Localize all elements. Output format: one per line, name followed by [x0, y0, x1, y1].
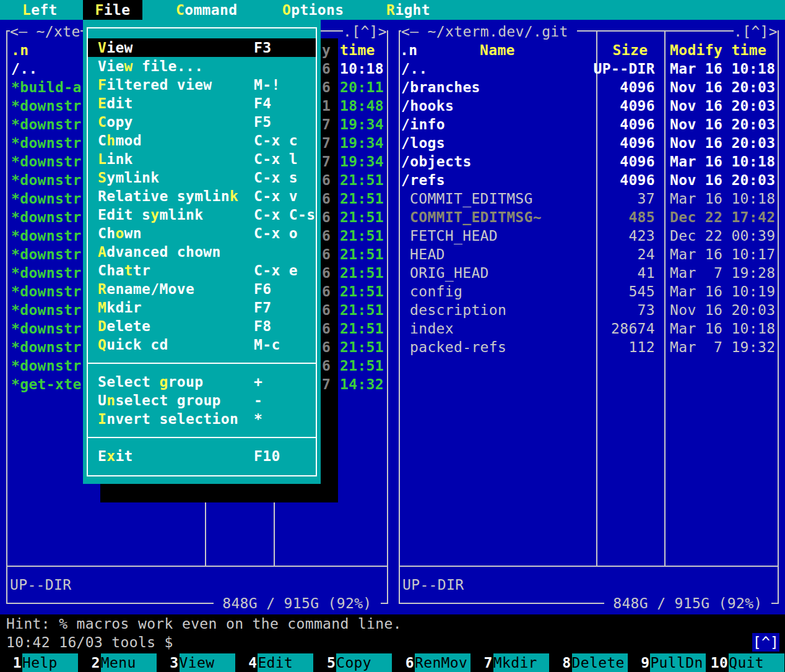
menu-item-symlink[interactable]: SymlinkC-x s: [88, 168, 316, 187]
fkey-button-copy[interactable]: Copy: [336, 653, 392, 672]
file-mtime-day-digit: 6: [322, 338, 331, 356]
file-name[interactable]: /..: [401, 59, 428, 78]
file-mtime-time: 21:51: [340, 338, 384, 356]
file-mtime-day-digit: 6: [322, 171, 331, 189]
file-name[interactable]: *downstr: [11, 189, 82, 208]
history-badge[interactable]: [^]: [752, 633, 779, 652]
left-panel-sort-indicator[interactable]: .n: [11, 41, 28, 59]
menu-item-view-file[interactable]: View file...: [88, 57, 316, 75]
file-name[interactable]: *build-a: [11, 78, 82, 97]
file-name[interactable]: *downstr: [11, 97, 82, 115]
menu-item-relative-symlink[interactable]: Relative symlinkC-x v: [88, 187, 316, 205]
file-name[interactable]: *downstr: [11, 301, 82, 319]
menu-item-select-group[interactable]: Select group+: [88, 373, 316, 391]
file-name[interactable]: /objects: [401, 152, 472, 171]
menu-item-edit[interactable]: EditF4: [88, 94, 316, 113]
menu-item-invert-selection[interactable]: Invert selection*: [88, 410, 316, 428]
fkey-number-8[interactable]: 8: [562, 653, 571, 672]
file-name[interactable]: *get-xte: [11, 375, 82, 394]
menubar-item-command[interactable]: Command: [176, 0, 237, 20]
file-name[interactable]: COMMIT_EDITMSG~: [410, 208, 542, 226]
fkey-number-4[interactable]: 4: [248, 653, 257, 672]
fkey-number-5[interactable]: 5: [327, 653, 336, 672]
file-name[interactable]: *downstr: [11, 152, 82, 171]
menu-item-chmod[interactable]: ChmodC-x c: [88, 131, 316, 150]
right-panel-history-marker[interactable]: .[^]>: [734, 22, 778, 41]
right-panel-header-size[interactable]: Size: [596, 41, 664, 59]
file-name[interactable]: /logs: [401, 134, 445, 152]
menu-item-advanced-chown[interactable]: Advanced chown: [88, 243, 316, 261]
file-name[interactable]: /info: [401, 115, 445, 134]
file-name[interactable]: config: [410, 282, 462, 301]
file-name[interactable]: *downstr: [11, 134, 82, 152]
left-panel-history-marker[interactable]: .[^]>: [343, 22, 387, 41]
file-name[interactable]: *downstr: [11, 282, 82, 301]
file-name[interactable]: packed-refs: [410, 338, 506, 356]
fkey-button-view[interactable]: View: [180, 653, 235, 672]
menu-item-rename-move[interactable]: Rename/MoveF6: [88, 280, 316, 298]
menubar-item-right[interactable]: Right: [386, 0, 430, 20]
menu-item-unselect-group[interactable]: Unselect group-: [88, 391, 316, 410]
menu-item-mkdir[interactable]: MkdirF7: [88, 298, 316, 317]
menu-item-view[interactable]: ViewF3: [88, 38, 316, 57]
file-name[interactable]: *downstr: [11, 208, 82, 226]
file-name[interactable]: HEAD: [410, 245, 445, 264]
menu-item-chattr[interactable]: ChattrC-x e: [88, 261, 316, 280]
file-name[interactable]: index: [410, 319, 454, 338]
menu-item-copy[interactable]: CopyF5: [88, 113, 316, 131]
file-name[interactable]: *downstr: [11, 338, 82, 356]
file-name[interactable]: *downstr: [11, 226, 82, 245]
menubar-item-options[interactable]: Options: [282, 0, 344, 20]
menu-item-filtered-view[interactable]: Filtered viewM-!: [88, 75, 316, 94]
fkey-button-mkdir[interactable]: Mkdir: [493, 653, 549, 672]
file-mtime-day-digit: 6: [322, 59, 331, 78]
file-name[interactable]: *downstr: [11, 356, 82, 375]
menu-item-quick-cd[interactable]: Quick cdM-c: [88, 335, 316, 354]
fkey-button-renmov[interactable]: RenMov: [415, 653, 471, 672]
fkey-number-6[interactable]: 6: [406, 653, 414, 672]
left-panel-header-time[interactable]: time: [340, 41, 375, 59]
fkey-number-3[interactable]: 3: [170, 653, 178, 672]
fkey-number-2[interactable]: 2: [92, 653, 100, 672]
menu-item-edit-symlink[interactable]: Edit symlinkC-x C-s: [88, 205, 316, 224]
file-menu: ViewF3View file...Filtered viewM-!EditF4…: [83, 20, 321, 484]
file-name[interactable]: *downstr: [11, 171, 82, 189]
right-panel-sort-indicator[interactable]: .n: [400, 41, 417, 59]
right-panel-header-name[interactable]: Name: [480, 41, 515, 59]
right-panel-header-mtime[interactable]: Modify time: [670, 41, 766, 59]
hint-line: Hint: % macros work even on the command …: [6, 614, 402, 633]
file-name[interactable]: /..: [11, 59, 38, 78]
file-name[interactable]: /refs: [401, 171, 445, 189]
menubar-item-file[interactable]: File: [83, 0, 142, 20]
menubar-item-left[interactable]: Left: [22, 0, 58, 20]
file-name[interactable]: FETCH_HEAD: [410, 226, 498, 245]
file-name[interactable]: /hooks: [401, 97, 454, 115]
right-panel-title[interactable]: <— ~/xterm.dev/.git: [401, 22, 577, 41]
file-name[interactable]: description: [410, 301, 506, 319]
fkey-button-edit[interactable]: Edit: [258, 653, 313, 672]
fkey-button-delete[interactable]: Delete: [572, 653, 628, 672]
file-name[interactable]: ORIG_HEAD: [410, 264, 489, 282]
file-name[interactable]: *downstr: [11, 115, 82, 134]
fkey-button-pulldn[interactable]: PullDn: [650, 653, 706, 672]
fkey-number-7[interactable]: 7: [484, 653, 493, 672]
file-name[interactable]: *downstr: [11, 319, 82, 338]
fkey-number-10[interactable]: 10: [711, 653, 728, 672]
file-name[interactable]: *downstr: [11, 264, 82, 282]
menu-separator: [87, 363, 317, 364]
file-name[interactable]: /branches: [401, 78, 480, 97]
menu-item-link[interactable]: LinkC-x l: [88, 150, 316, 168]
file-name[interactable]: COMMIT_EDITMSG: [410, 189, 533, 208]
fkey-number-1[interactable]: 1: [13, 653, 22, 672]
menu-item-chown[interactable]: ChownC-x o: [88, 224, 316, 243]
fkey-button-menu[interactable]: Menu: [101, 653, 157, 672]
fkey-button-help[interactable]: Help: [22, 653, 78, 672]
menu-item-exit[interactable]: ExitF10: [88, 447, 316, 465]
fkey-number-9[interactable]: 9: [641, 653, 649, 672]
file-name[interactable]: *downstr: [11, 245, 82, 264]
command-prompt[interactable]: 10:42 16/03 tools $: [6, 633, 182, 652]
left-panel-title[interactable]: <— ~/xte: [10, 22, 80, 41]
menu-item-label: Invert selection: [98, 410, 238, 428]
fkey-button-quit[interactable]: Quit: [729, 653, 784, 672]
menu-item-delete[interactable]: DeleteF8: [88, 317, 316, 335]
